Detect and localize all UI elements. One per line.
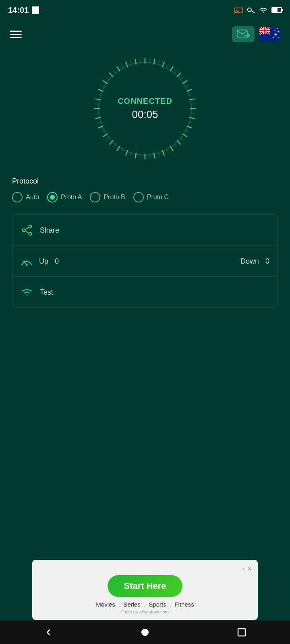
recent-apps-button[interactable] bbox=[230, 624, 254, 640]
svg-line-27 bbox=[154, 59, 155, 64]
svg-line-78 bbox=[101, 85, 105, 87]
radio-protoB-label: Proto B bbox=[104, 194, 125, 201]
svg-line-100 bbox=[30, 262, 31, 262]
ad-footer: find it on allcontrow.com bbox=[38, 609, 252, 614]
home-icon bbox=[140, 627, 150, 637]
ad-item-0: Movies bbox=[96, 601, 115, 608]
svg-line-47 bbox=[183, 134, 187, 137]
menu-button[interactable] bbox=[10, 31, 22, 38]
svg-line-36 bbox=[185, 85, 190, 87]
svg-line-35 bbox=[183, 81, 187, 84]
share-icon bbox=[21, 224, 33, 237]
radio-protoB[interactable] bbox=[90, 192, 100, 202]
down-label: Down bbox=[240, 257, 259, 266]
speed-row: Up 0 Down 0 bbox=[39, 257, 269, 266]
ad-close-button[interactable]: ✕ bbox=[247, 566, 252, 572]
top-nav: ★ ★ ★ ★ ★ ★ bbox=[0, 20, 290, 48]
ad-banner: ▷ ✕ Start Here Movies . Series . Sports … bbox=[32, 560, 258, 620]
svg-line-63 bbox=[117, 147, 120, 151]
connected-label: CONNECTED bbox=[118, 97, 172, 106]
ad-cta-button[interactable]: Start Here bbox=[108, 575, 182, 597]
svg-line-31 bbox=[170, 67, 173, 71]
mail-button[interactable] bbox=[232, 26, 255, 42]
svg-line-62 bbox=[121, 149, 124, 153]
svg-text:★: ★ bbox=[274, 29, 276, 31]
svg-line-60 bbox=[130, 152, 132, 157]
svg-line-53 bbox=[162, 151, 164, 155]
nav-right: ★ ★ ★ ★ ★ ★ bbox=[232, 26, 280, 42]
svg-line-85 bbox=[126, 62, 128, 67]
svg-line-42 bbox=[190, 113, 195, 114]
svg-line-30 bbox=[166, 64, 169, 69]
svg-line-29 bbox=[162, 62, 164, 67]
speedometer-icon bbox=[21, 255, 33, 268]
connection-section[interactable]: CONNECTED 00:05 bbox=[0, 48, 290, 173]
svg-point-90 bbox=[23, 229, 25, 232]
svg-line-38 bbox=[188, 94, 193, 95]
speed-button[interactable]: Up 0 Down 0 bbox=[12, 246, 278, 277]
svg-line-65 bbox=[110, 141, 113, 144]
connection-circle[interactable]: CONNECTED 00:05 bbox=[93, 56, 197, 161]
protocol-protoA[interactable]: Proto A bbox=[47, 192, 82, 202]
svg-line-37 bbox=[187, 89, 191, 91]
svg-line-50 bbox=[174, 144, 177, 147]
svg-line-52 bbox=[166, 149, 169, 153]
svg-line-71 bbox=[95, 118, 100, 118]
svg-line-79 bbox=[103, 81, 107, 84]
home-button[interactable] bbox=[133, 624, 157, 640]
svg-line-59 bbox=[135, 153, 136, 158]
svg-point-1 bbox=[234, 13, 236, 14]
svg-line-68 bbox=[101, 130, 105, 132]
cast-icon bbox=[234, 6, 243, 14]
svg-line-26 bbox=[149, 59, 150, 64]
protocol-auto[interactable]: Auto bbox=[12, 192, 39, 202]
svg-line-66 bbox=[106, 138, 110, 141]
radio-protoA-label: Proto A bbox=[61, 194, 82, 201]
svg-line-93 bbox=[25, 231, 29, 233]
back-icon bbox=[44, 627, 53, 637]
svg-line-75 bbox=[95, 99, 100, 100]
test-label: Test bbox=[40, 288, 53, 297]
protocol-protoB[interactable]: Proto B bbox=[90, 192, 125, 202]
svg-point-102 bbox=[141, 629, 149, 636]
ad-item-2: Sports bbox=[149, 601, 166, 608]
protocol-protoC[interactable]: Proto C bbox=[133, 192, 169, 202]
radio-auto[interactable] bbox=[12, 192, 23, 202]
svg-line-88 bbox=[140, 59, 141, 64]
back-button[interactable] bbox=[36, 624, 60, 640]
svg-line-33 bbox=[177, 73, 180, 76]
svg-line-87 bbox=[135, 59, 136, 64]
radio-protoA[interactable] bbox=[47, 192, 58, 202]
svg-line-46 bbox=[185, 130, 190, 132]
svg-point-89 bbox=[29, 225, 32, 228]
ad-item-3: Fitness bbox=[174, 601, 194, 608]
svg-rect-6 bbox=[237, 30, 247, 37]
country-flag[interactable]: ★ ★ ★ ★ ★ ★ bbox=[259, 27, 280, 41]
battery-icon bbox=[271, 7, 282, 13]
svg-line-49 bbox=[177, 141, 180, 144]
svg-line-69 bbox=[99, 126, 103, 128]
up-value: 0 bbox=[55, 257, 59, 266]
svg-line-67 bbox=[103, 134, 107, 137]
svg-line-64 bbox=[113, 144, 116, 147]
ad-top-bar: ▷ ✕ bbox=[38, 566, 252, 572]
wifi-status-icon bbox=[259, 6, 268, 14]
protocol-title: Protocol bbox=[12, 177, 278, 186]
svg-point-2 bbox=[248, 8, 251, 12]
protocol-options: Auto Proto A Proto B Proto C bbox=[12, 192, 278, 202]
radio-auto-label: Auto bbox=[26, 194, 39, 201]
radio-protoC[interactable] bbox=[133, 192, 144, 202]
svg-line-77 bbox=[99, 89, 103, 91]
up-label: Up bbox=[39, 257, 48, 266]
share-button[interactable]: Share bbox=[12, 215, 278, 246]
svg-line-58 bbox=[140, 154, 141, 159]
svg-line-40 bbox=[190, 104, 195, 104]
svg-rect-103 bbox=[238, 629, 245, 636]
svg-line-45 bbox=[187, 126, 191, 128]
test-button[interactable]: Test bbox=[12, 277, 278, 308]
svg-line-72 bbox=[95, 113, 100, 114]
svg-line-48 bbox=[180, 138, 184, 141]
svg-text:★: ★ bbox=[272, 36, 274, 39]
svg-rect-17 bbox=[259, 30, 270, 31]
svg-line-74 bbox=[95, 104, 100, 104]
